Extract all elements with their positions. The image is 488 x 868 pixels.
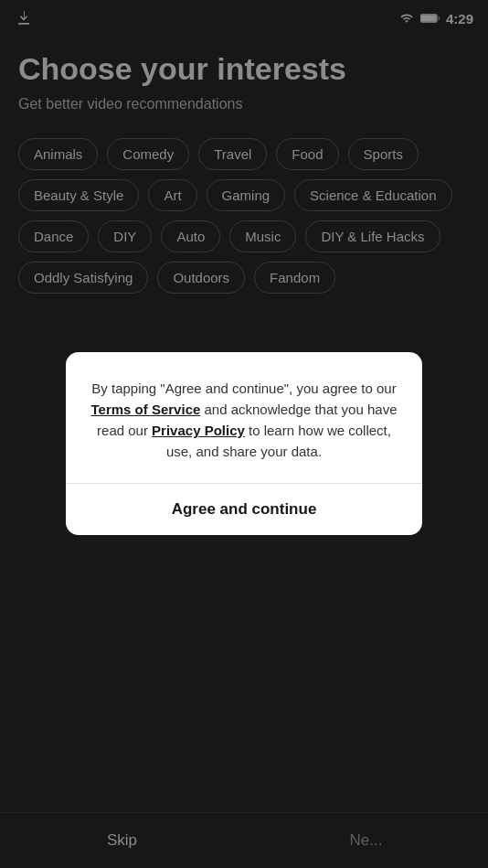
terms-of-service-link[interactable]: Terms of Service (91, 402, 201, 417)
agree-continue-button[interactable]: Agree and continue (66, 484, 422, 535)
dialog-body-text1: By tapping "Agree and continue", you agr… (91, 380, 396, 396)
consent-dialog: By tapping "Agree and continue", you agr… (66, 352, 422, 535)
dialog-body: By tapping "Agree and continue", you agr… (66, 352, 422, 483)
privacy-policy-link[interactable]: Privacy Policy (152, 423, 245, 438)
